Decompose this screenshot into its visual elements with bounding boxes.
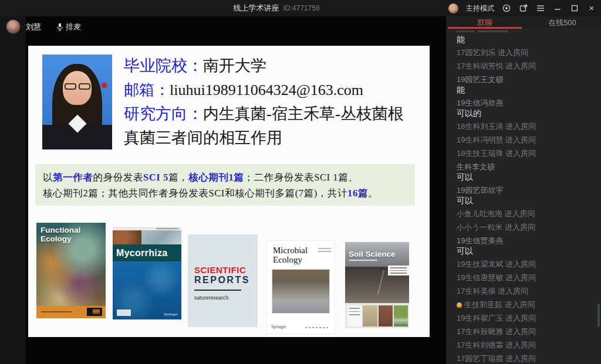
presenter-photo bbox=[42, 55, 112, 149]
chat-text: 能 bbox=[457, 86, 465, 94]
presenter-avatar bbox=[6, 19, 21, 34]
menu-icon[interactable] bbox=[536, 4, 545, 13]
chat-join-row: 18生科刘玉清 进入房间 bbox=[457, 123, 595, 131]
minimize-button[interactable] bbox=[553, 4, 562, 13]
chat-text: 小鱼儿吐泡泡 进入房间 bbox=[457, 210, 535, 218]
publisher-name: Springer bbox=[271, 324, 286, 329]
chat-sender-name: 19生信贾美燕 bbox=[457, 237, 595, 245]
publisher-name: Springer bbox=[164, 312, 178, 317]
summary-segment: 的身份发表 bbox=[93, 172, 144, 183]
tab-online-members[interactable]: 在线500 bbox=[524, 16, 601, 29]
publication-summary-box: 以第一作者的身份发表SCI 5篇，核心期刊1篇；二作身份发表SCI 1篇、 核心… bbox=[35, 164, 415, 206]
chat-text: 17生科吴俣 进入房间 bbox=[457, 287, 528, 295]
tab-group-chat[interactable]: 群聊 bbox=[446, 16, 524, 29]
laser-pointer-dot bbox=[102, 83, 107, 88]
presenter-name: 刘慧 bbox=[26, 22, 41, 32]
microphone-icon bbox=[57, 23, 63, 31]
chat-join-row: 17园艺刘乐 进入房间 bbox=[457, 49, 595, 57]
research-label: 研究方向： bbox=[124, 105, 203, 123]
video-area: 刘慧 排麦 毕业院校：南开大学 邮箱：liuhui198911064324@16… bbox=[0, 16, 446, 364]
sidebar-tabbar: 群聊 在线500 bbox=[446, 16, 601, 29]
mic-request-button[interactable]: 排麦 bbox=[57, 22, 81, 32]
chat-join-row: 17园艺丁瑞霞 进入房间 bbox=[457, 355, 595, 363]
email-label: 邮箱： bbox=[124, 81, 170, 98]
research-value-2: 真菌三者间的相互作用 bbox=[124, 129, 282, 147]
titlebar-controls: 主持模式 × bbox=[448, 0, 596, 16]
chat-scrollbar[interactable] bbox=[597, 304, 600, 327]
journal-cover-scientific-reports: SCIENTIFIC REPORTS natureresearch bbox=[188, 234, 258, 327]
chat-text: 可以 bbox=[457, 173, 473, 181]
close-button[interactable]: × bbox=[587, 4, 596, 13]
chat-join-row: 18生技王瑞珠 进入房间 bbox=[457, 149, 595, 158]
chat-text: 17园艺丁瑞霞 进入房间 bbox=[457, 355, 536, 363]
journal-cover-mycorrhiza: Mycorrhiza Springer bbox=[113, 227, 181, 319]
chat-sender-name: 19园艺王文硕 bbox=[457, 76, 595, 84]
chat-text: 19生技梁龙斌 进入房间 bbox=[457, 260, 536, 268]
host-avatar bbox=[448, 4, 458, 13]
chat-message: 能 bbox=[457, 86, 595, 94]
summary-segment: 第一作者 bbox=[53, 172, 93, 183]
chat-join-row: 生技郭亚茹 进入房间 bbox=[457, 301, 595, 309]
video-letterbox bbox=[0, 16, 26, 364]
clipped-message-fragment bbox=[457, 30, 595, 32]
summary-segment: 以 bbox=[43, 172, 53, 183]
journal-title: Soil Science bbox=[349, 250, 396, 258]
presenter-row: 刘慧 排麦 bbox=[6, 19, 81, 34]
chat-message: 可以的 bbox=[457, 109, 595, 117]
chat-text: 17生科殷晓雅 进入房间 bbox=[457, 328, 536, 336]
chat-text: 可以 bbox=[457, 196, 473, 205]
chat-join-row: 17生科刘德霖 进入房间 bbox=[457, 341, 595, 349]
summary-segment: 。 bbox=[368, 188, 378, 199]
chat-sidebar: 群聊 在线500 能17园艺刘乐 进入房间17生科胡芳悦 进入房间19园艺王文硕… bbox=[446, 16, 601, 364]
maximize-button[interactable] bbox=[570, 4, 579, 13]
chat-join-row: 小小う一粒米 进入房间 bbox=[457, 223, 595, 232]
chat-text: 18生技王瑞珠 进入房间 bbox=[457, 149, 536, 158]
chat-text: 19生科翟广玉 进入房间 bbox=[457, 314, 536, 322]
summary-segment: ；二作身份发表SCI 1篇、 bbox=[244, 172, 358, 183]
publisher-logo bbox=[87, 308, 102, 316]
member-badge-icon bbox=[457, 302, 462, 308]
journal-title-line2: REPORTS bbox=[194, 275, 250, 285]
share-icon[interactable] bbox=[519, 4, 528, 13]
chat-text: 能 bbox=[457, 35, 465, 43]
chat-text: 可以的 bbox=[457, 109, 481, 117]
chat-join-row: 19生科冯明慧 进入房间 bbox=[457, 136, 595, 144]
journal-cover-microbial-ecology: Microbial Ecology Springer bbox=[266, 240, 335, 334]
summary-segment: 篇， bbox=[168, 172, 188, 183]
app-window: 线上学术讲座 ID:4771758 主持模式 × bbox=[0, 0, 601, 364]
presentation-slide: 毕业院校：南开大学 邮箱：liuhui198911064324@163.com … bbox=[28, 46, 430, 337]
meeting-title: 线上学术讲座 bbox=[234, 3, 279, 13]
title-bar: 线上学术讲座 ID:4771758 主持模式 × bbox=[0, 0, 601, 16]
chat-text: 19生信冯欣燕 bbox=[457, 99, 503, 107]
meeting-id: ID:4771758 bbox=[283, 4, 320, 12]
cover-photo bbox=[272, 269, 330, 314]
journal-title: Functional Ecology bbox=[40, 226, 86, 243]
chat-text: 17生科刘德霖 进入房间 bbox=[457, 341, 536, 349]
chat-message: 可以 bbox=[457, 247, 595, 255]
chat-text: 生技郭亚茹 进入房间 bbox=[464, 301, 535, 309]
summary-line-1: 以第一作者的身份发表SCI 5篇，核心期刊1篇；二作身份发表SCI 1篇、 bbox=[43, 169, 407, 185]
chat-sender-name: 生科李文硕 bbox=[457, 163, 595, 171]
summary-segment: SCI 5 bbox=[143, 172, 168, 183]
chat-join-row: 17生科吴俣 进入房间 bbox=[457, 287, 595, 295]
chat-text: 可以 bbox=[457, 247, 473, 255]
publisher-logo bbox=[117, 309, 131, 316]
chat-sender-name: 19生信冯欣燕 bbox=[457, 99, 595, 107]
chat-message: 能 bbox=[457, 35, 595, 43]
school-value: 南开大学 bbox=[203, 57, 266, 74]
bio-info: 毕业院校：南开大学 邮箱：liuhui198911064324@163.com … bbox=[124, 54, 424, 150]
chat-text: 17园艺刘乐 进入房间 bbox=[457, 49, 528, 57]
summary-line-2: 核心期刊2篇；其他共同作者身份发表SCI和核心期刊多篇(7篇)，共计16篇。 bbox=[43, 185, 407, 201]
journal-title: Microbial Ecology bbox=[273, 246, 323, 264]
chat-text: 19生信贾美燕 bbox=[457, 237, 503, 245]
chat-join-row: 17生科殷晓雅 进入房间 bbox=[457, 328, 595, 336]
journal-cover-soil-science: Soil Science bbox=[345, 242, 409, 328]
chat-message: 可以 bbox=[457, 196, 595, 205]
record-icon[interactable] bbox=[502, 4, 511, 13]
chat-list[interactable]: 能17园艺刘乐 进入房间17生科胡芳悦 进入房间19园艺王文硕能19生信冯欣燕可… bbox=[446, 29, 601, 364]
chat-text: 18生科刘玉清 进入房间 bbox=[457, 123, 536, 131]
chat-text: 19生科冯明慧 进入房间 bbox=[457, 136, 536, 144]
publisher-name: natureresearch bbox=[194, 294, 250, 301]
host-mode-label: 主持模式 bbox=[466, 4, 494, 13]
school-label: 毕业院校： bbox=[124, 57, 203, 74]
